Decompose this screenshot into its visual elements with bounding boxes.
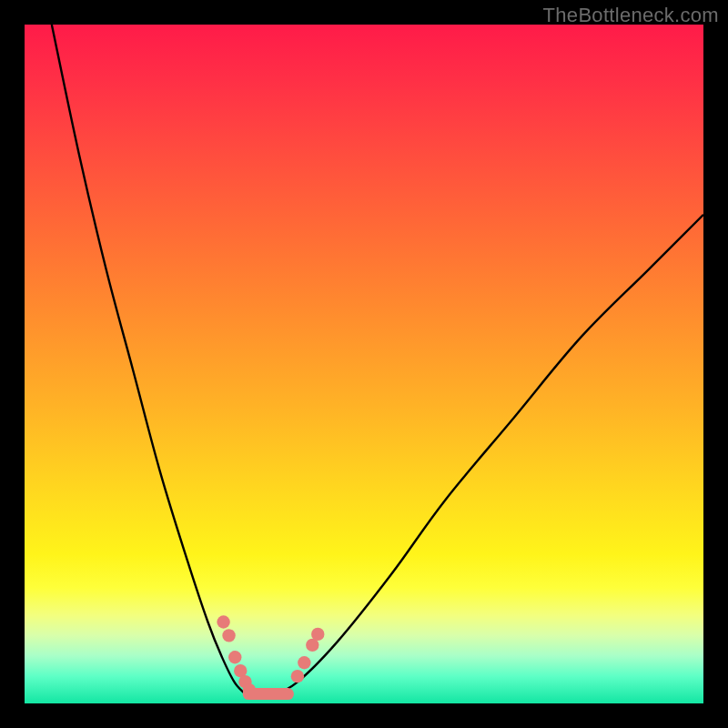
data-marker bbox=[311, 628, 324, 641]
right-marker-cluster bbox=[291, 628, 325, 683]
data-marker bbox=[217, 615, 229, 628]
chart-container: TheBottleneck.com bbox=[0, 0, 728, 728]
left-curve bbox=[52, 25, 248, 697]
data-marker bbox=[298, 656, 310, 669]
data-marker bbox=[291, 670, 304, 682]
data-marker bbox=[222, 629, 235, 642]
data-marker bbox=[228, 651, 241, 663]
plot-area bbox=[25, 25, 703, 703]
right-curve bbox=[269, 215, 703, 697]
watermark-label: TheBottleneck.com bbox=[543, 4, 719, 27]
curves-svg bbox=[25, 25, 703, 703]
